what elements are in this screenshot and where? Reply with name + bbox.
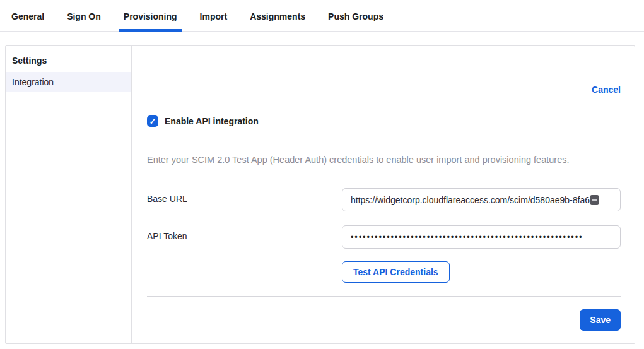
enable-api-integration-row: ✓ Enable API integration [147,115,621,127]
provisioning-panel: Settings Integration Cancel ✓ Enable API… [5,45,635,344]
cancel-row: Cancel [147,84,621,95]
tab-general[interactable]: General [7,0,49,32]
cancel-button[interactable]: Cancel [592,85,621,95]
credentials-description: Enter your SCIM 2.0 Test App (Header Aut… [147,155,621,165]
integration-settings-form: Cancel ✓ Enable API integration Enter yo… [132,46,636,343]
save-row: Save [147,309,621,331]
sidebar-item-integration[interactable]: Integration [6,72,131,92]
enable-api-integration-label: Enable API integration [165,116,259,126]
checkmark-icon: ✓ [149,117,156,126]
api-token-input[interactable]: ••••••••••••••••••••••••••••••••••••••••… [342,225,621,249]
settings-sidebar: Settings Integration [6,46,132,343]
base-url-label: Base URL [147,188,342,204]
test-api-credentials-button[interactable]: Test API Credentials [342,261,450,283]
text-caret-block [590,195,599,205]
api-token-label: API Token [147,225,342,241]
api-token-row: API Token ••••••••••••••••••••••••••••••… [147,225,621,249]
base-url-input[interactable]: https://widgetcorp.cloudflareaccess.com/… [342,188,621,211]
sidebar-header: Settings [6,46,131,72]
test-credentials-row: Test API Credentials [147,261,621,283]
tab-provisioning[interactable]: Provisioning [119,0,182,32]
base-url-value: https://widgetcorp.cloudflareaccess.com/… [351,195,590,205]
base-url-row: Base URL https://widgetcorp.cloudflareac… [147,188,621,211]
tab-push-groups[interactable]: Push Groups [324,0,388,32]
tab-assignments[interactable]: Assignments [245,0,310,32]
save-button[interactable]: Save [580,309,621,331]
app-tab-bar: General Sign On Provisioning Import Assi… [0,0,644,32]
enable-api-integration-checkbox[interactable]: ✓ [147,115,158,127]
tab-sign-on[interactable]: Sign On [62,0,105,32]
api-token-masked-value: ••••••••••••••••••••••••••••••••••••••••… [351,232,583,242]
footer-divider [147,296,621,297]
tab-import[interactable]: Import [196,0,232,32]
